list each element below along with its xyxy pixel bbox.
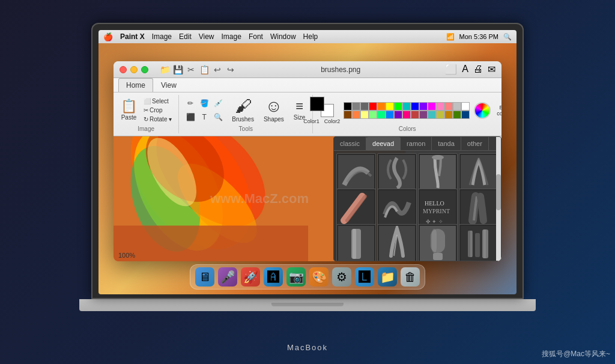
dock-photos[interactable]: 📷 xyxy=(286,267,306,287)
swatch-10[interactable] xyxy=(428,102,436,111)
paste-icon: 📋 xyxy=(121,100,137,113)
swatch-15[interactable] xyxy=(344,111,352,119)
zoom-tool[interactable]: 🔍 xyxy=(211,111,225,124)
window-icon-1[interactable]: ⬜ xyxy=(445,64,457,75)
mail-icon[interactable]: ✉ xyxy=(488,64,495,75)
dock-trash[interactable]: 🗑 xyxy=(401,267,420,287)
dock-appstore[interactable]: 🅰 xyxy=(264,267,283,287)
brushes-button[interactable]: 🖌 Brushes xyxy=(229,97,256,124)
menu-file[interactable]: Image xyxy=(152,32,172,41)
swatch-1[interactable] xyxy=(352,102,360,111)
swatch-26[interactable] xyxy=(436,111,444,119)
menu-font[interactable]: Font xyxy=(249,32,263,41)
menu-image[interactable]: Image xyxy=(222,32,241,41)
rotate-button[interactable]: ↻ Rotate ▾ xyxy=(142,115,174,123)
text-tool[interactable]: T xyxy=(198,111,211,124)
menu-edit[interactable]: Edit xyxy=(179,32,192,41)
swatch-0[interactable] xyxy=(344,102,352,111)
swatch-23[interactable] xyxy=(411,111,419,119)
brush-tab-deevad[interactable]: deevad xyxy=(366,137,401,150)
paste-button[interactable]: 📋 Paste xyxy=(118,99,139,122)
search-icon[interactable]: 🔍 xyxy=(503,33,512,41)
fill-tool[interactable]: 🪣 xyxy=(198,97,211,110)
undo-icon[interactable]: ↩ xyxy=(212,64,223,75)
swatch-6[interactable] xyxy=(394,102,402,111)
swatch-18[interactable] xyxy=(369,111,377,119)
swatch-29[interactable] xyxy=(461,111,470,119)
shapes-button[interactable]: ☺ Shapes xyxy=(261,97,286,124)
dock-siri[interactable]: 🎤 xyxy=(218,267,237,287)
swatch-22[interactable] xyxy=(402,111,411,119)
swatch-3[interactable] xyxy=(369,102,377,111)
apple-logo-icon[interactable]: 🍎 xyxy=(103,32,113,41)
swatch-28[interactable] xyxy=(453,111,461,119)
brush-cell-7[interactable] xyxy=(459,189,498,228)
eyedropper-tool[interactable]: 💉 xyxy=(211,97,225,110)
text-icon[interactable]: A xyxy=(462,64,468,75)
redo-icon[interactable]: ↪ xyxy=(225,64,236,75)
dock-launchpad[interactable]: 🚀 xyxy=(241,267,260,287)
save-icon[interactable]: 💾 xyxy=(172,64,183,75)
dock-finder[interactable]: 🖥 xyxy=(195,267,214,287)
brush-cell-2[interactable] xyxy=(418,153,458,193)
brush-cell-1[interactable] xyxy=(377,153,417,193)
swatch-7[interactable] xyxy=(402,102,411,111)
maximize-button[interactable] xyxy=(141,66,148,73)
print-icon[interactable]: 🖨 xyxy=(473,64,483,75)
swatch-25[interactable] xyxy=(428,111,436,119)
swatch-24[interactable] xyxy=(419,111,428,119)
close-button[interactable] xyxy=(120,66,127,73)
minimize-button[interactable] xyxy=(130,66,138,73)
app-menu-paintx[interactable]: Paint X xyxy=(120,32,145,41)
crop-button[interactable]: ✂ Crop xyxy=(142,106,174,114)
brush-tab-other[interactable]: other xyxy=(461,137,489,150)
laptop-model-label: MacBook xyxy=(287,343,328,352)
swatch-11[interactable] xyxy=(436,102,444,111)
folder-icon[interactable]: 📁 xyxy=(159,64,170,75)
scissors-icon[interactable]: ✂ xyxy=(186,64,196,75)
dock-paintx[interactable]: 🎨 xyxy=(309,267,329,287)
color1-box[interactable] xyxy=(310,97,324,111)
swatch-8[interactable] xyxy=(411,102,419,111)
swatch-27[interactable] xyxy=(444,111,453,119)
brush-cell-4[interactable] xyxy=(336,189,376,228)
swatch-21[interactable] xyxy=(394,111,402,119)
select-button[interactable]: ⬜ Select xyxy=(142,97,174,105)
dock-folder[interactable]: 📁 xyxy=(378,267,397,287)
brush-tab-classic[interactable]: classic xyxy=(334,137,366,150)
swatch-19[interactable] xyxy=(377,111,386,119)
erase-tool[interactable]: ⬛ xyxy=(184,111,197,124)
brush-cell-6[interactable]: HELLOMYPRINT✤ ✦ ✧ xyxy=(418,189,458,228)
brush-cell-5[interactable] xyxy=(377,189,417,228)
tab-view[interactable]: View xyxy=(153,78,184,92)
pencil-tool[interactable]: ✏ xyxy=(184,97,197,110)
dock-settings[interactable]: ⚙ xyxy=(332,267,351,287)
menu-view[interactable]: View xyxy=(199,32,214,41)
swatch-5[interactable] xyxy=(386,102,394,111)
brush-cell-9[interactable] xyxy=(377,224,417,261)
brush-cell-3[interactable] xyxy=(459,153,498,193)
brush-cell-8[interactable] xyxy=(336,224,376,261)
copy-icon[interactable]: 📋 xyxy=(199,64,210,75)
swatch-9[interactable] xyxy=(419,102,428,111)
tab-home[interactable]: Home xyxy=(118,78,153,92)
swatch-17[interactable] xyxy=(360,111,369,119)
dock-launchpad2[interactable]: 🅻 xyxy=(355,267,374,287)
swatch-16[interactable] xyxy=(352,111,360,119)
brush-cell-0[interactable] xyxy=(336,153,376,193)
brush-cell-10[interactable] xyxy=(418,224,458,261)
swatch-2[interactable] xyxy=(360,102,369,111)
color-wheel[interactable] xyxy=(474,102,491,119)
menu-window[interactable]: Window xyxy=(270,32,296,41)
swatch-20[interactable] xyxy=(386,111,394,119)
edit-colors-button[interactable]: Editcolors xyxy=(497,105,501,117)
scrollbar-thumb[interactable] xyxy=(496,174,501,210)
swatch-14[interactable] xyxy=(461,102,470,111)
brush-cell-11[interactable] xyxy=(459,224,498,261)
swatch-13[interactable] xyxy=(453,102,461,111)
swatch-4[interactable] xyxy=(377,102,386,111)
brush-tab-ramon[interactable]: ramon xyxy=(401,137,432,150)
menu-help[interactable]: Help xyxy=(303,32,318,41)
brush-tab-tanda[interactable]: tanda xyxy=(432,137,461,150)
swatch-12[interactable] xyxy=(444,102,453,111)
